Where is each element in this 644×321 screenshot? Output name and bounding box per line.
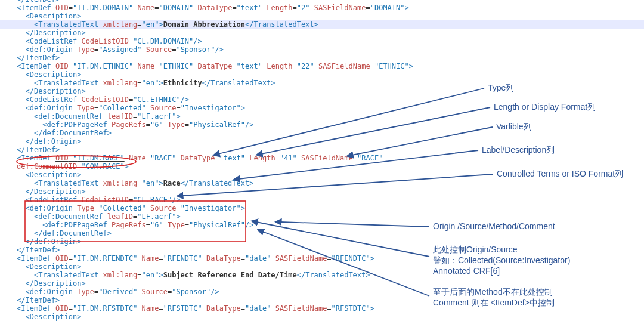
ann-type: Type列 bbox=[488, 84, 514, 92]
ann-origin-detail: 此处控制Origin/Source 譬如：Collected(Source:In… bbox=[433, 244, 570, 276]
xml-code: </ItemDef> <ItemDef OID="IT.DM.DOMAIN" N… bbox=[0, 0, 446, 321]
ann-label: Label/Description列 bbox=[482, 146, 555, 154]
ann-method-comment: 至于后面的Method不在此处控制 Comment 则在 <ItemDef>中控… bbox=[433, 286, 555, 308]
ann-ct: Controlled Terms or ISO Format列 bbox=[497, 169, 623, 178]
ann-origin: Origin /Source/Method/Comment bbox=[433, 222, 555, 230]
ann-varlible: Varlible列 bbox=[496, 122, 532, 131]
ann-length: Length or Display Format列 bbox=[494, 103, 596, 111]
